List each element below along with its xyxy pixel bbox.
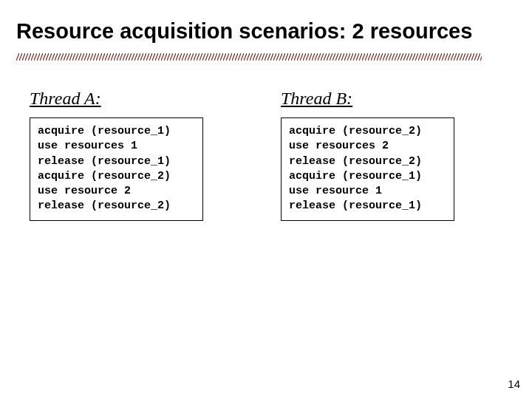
thread-b-code: acquire (resource_2) use resources 2 rel… (281, 117, 454, 221)
thread-a-header: Thread A: (30, 89, 236, 109)
slide: Resource acquisition scenarios: 2 resour… (0, 0, 532, 399)
column-thread-b: Thread B: acquire (resource_2) use resou… (281, 89, 488, 221)
slide-title: Resource acquisition scenarios: 2 resour… (16, 19, 516, 44)
column-thread-a: Thread A: acquire (resource_1) use resou… (30, 89, 236, 221)
divider-hatched (16, 53, 482, 61)
thread-b-header: Thread B: (281, 89, 488, 109)
svg-rect-1 (16, 53, 482, 61)
columns: Thread A: acquire (resource_1) use resou… (30, 89, 502, 221)
page-number: 14 (508, 378, 520, 390)
thread-a-code: acquire (resource_1) use resources 1 rel… (30, 117, 203, 221)
